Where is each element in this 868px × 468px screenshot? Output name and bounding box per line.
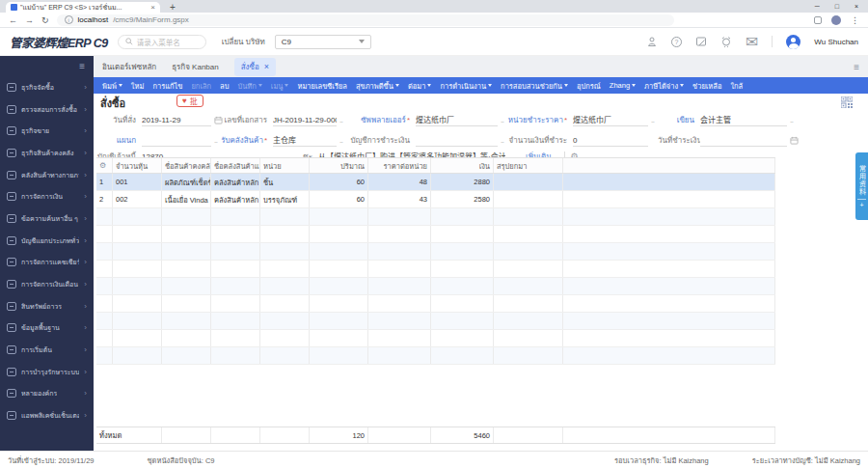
toolbar-tools-button[interactable]: อุปกรณ์: [577, 80, 601, 92]
toolbar-help-button[interactable]: ช่วยเหลือ: [692, 80, 721, 92]
toolbar-delete-button[interactable]: ลบ: [220, 80, 229, 92]
sidebar-item-inventory[interactable]: ธุรกิจสินค้าคงคลัง›: [0, 142, 94, 164]
field-label-link[interactable]: ซัพพลายเออร์*: [342, 114, 416, 126]
field-label-link[interactable]: แผนก: [95, 134, 142, 147]
window-minimize-button[interactable]: ─: [815, 3, 820, 10]
user-avatar[interactable]: [786, 35, 800, 49]
calendar-icon[interactable]: [790, 136, 799, 145]
company-select[interactable]: C9: [275, 35, 371, 49]
field-value[interactable]: [700, 134, 787, 147]
toolbar-operations-button[interactable]: การดำเนินงาน: [440, 80, 492, 92]
toolbar-serial-button[interactable]: หมายเลขซีเรียล: [297, 80, 346, 92]
column-header-unit[interactable]: หน่วย: [260, 158, 310, 173]
sidebar-item-physical-warehouse[interactable]: คลังสินค้าทางกายภาพ›: [0, 164, 94, 186]
browser-tab[interactable]: "แม่บ้าน" ERP C9 <S> เวอร์ชั่นม... ×: [6, 2, 160, 13]
grid-settings-gear-icon[interactable]: ⚙: [99, 161, 106, 170]
sidebar-item-purchase[interactable]: ธุรกิจจัดซื้อ›: [0, 76, 94, 98]
form-edit-icon[interactable]: [695, 36, 707, 47]
forward-icon[interactable]: →: [25, 15, 34, 25]
qr-code-icon[interactable]: [841, 96, 853, 108]
field-value[interactable]: 煋达纸巾厂: [573, 114, 648, 126]
field-value[interactable]: 会计主管: [700, 114, 787, 126]
toolbar-tax-button[interactable]: ภาษีได้จ่าง: [644, 80, 684, 92]
sidebar-collapse-icon[interactable]: ≡: [79, 61, 85, 71]
new-tab-button[interactable]: +: [170, 2, 176, 13]
sidebar-item-payroll[interactable]: การจัดการเงินเดือน›: [0, 273, 94, 295]
extensions-icon[interactable]: [814, 16, 822, 24]
field-label-link[interactable]: รับคลังสินค้า*: [190, 134, 273, 147]
cell-empty: [96, 330, 113, 346]
field-doc-no[interactable]: เลขที่เอกสาร JH-2019-11-29-00004 ...: [190, 112, 342, 127]
toolbar-health-button[interactable]: สุขภาพดีขึ้น: [356, 80, 399, 92]
sidebar-item-app-center[interactable]: แอพพลิเคชั่นเซ็นเตอร์›: [0, 404, 94, 427]
url-bar[interactable]: i localhost/cmc9/MainForm.gspx: [57, 14, 674, 26]
sidebar-item-base-data[interactable]: ข้อมูลพื้นฐาน›: [0, 317, 94, 340]
window-maximize-button[interactable]: □: [835, 3, 839, 10]
plus-icon[interactable]: +: [857, 199, 866, 208]
field-paid-amount[interactable]: จำนวนเงินที่ชำระ 0: [503, 132, 648, 148]
browser-profile-avatar[interactable]: [831, 15, 841, 25]
column-header-product_name[interactable]: ชื่อสินค้าคงคลัง: [162, 158, 211, 173]
column-header-qty[interactable]: ปริมาณ: [310, 158, 368, 173]
field-value[interactable]: JH-2019-11-29-00004: [273, 114, 337, 126]
back-icon[interactable]: ←: [9, 15, 17, 25]
help-icon[interactable]: ?: [671, 37, 682, 47]
sidebar-item-fixed-assets[interactable]: สินทรัพย์ถาวร›: [0, 295, 94, 317]
field-supplier[interactable]: ซัพพลายเออร์* 煋达纸巾厂 ...: [342, 112, 503, 127]
table-row[interactable]: 1001ผลิตภัณฑ์เช็ดชื้นแ...คลังสินค้าหลักช…: [96, 174, 775, 191]
tab-close-icon[interactable]: ×: [264, 64, 269, 69]
column-header-warehouse_name[interactable]: ชื่อคลังสินค้าแบบ...: [211, 158, 260, 173]
sidebar-item-general-ledger[interactable]: บัญชีแยกประเภททั่วไป›: [0, 230, 94, 252]
common-data-side-tab[interactable]: 常用资料 +: [855, 152, 868, 220]
sidebar-item-other-queries[interactable]: ข้อความค้นหาอื่น ๆ›: [0, 207, 94, 230]
toolbar-close-button[interactable]: ใกล้: [730, 80, 743, 92]
field-label-link[interactable]: เขียน: [658, 114, 700, 126]
table-row[interactable]: 2002เนื้อเยื่อ Vindaคลังสินค้าหลักบรรจุภ…: [96, 191, 775, 208]
lookup-ellipsis-icon[interactable]: ...: [790, 117, 793, 124]
column-header-stock_no[interactable]: จำนวนหุ้น: [113, 158, 162, 173]
toolbar-new-button[interactable]: ใหม่: [131, 80, 145, 92]
field-value[interactable]: 煋达纸巾厂: [416, 114, 498, 126]
menu-search-input[interactable]: 请录入菜单名: [118, 35, 206, 49]
column-header-summary[interactable]: สรุปยกมา: [494, 158, 563, 173]
field-payment-account[interactable]: บัญชีการชำระเงิน ...: [342, 132, 503, 148]
column-header-amount[interactable]: เงิน: [431, 158, 494, 173]
field-value[interactable]: [416, 134, 498, 147]
column-header-unit_price[interactable]: ราคาต่อหน่วย: [368, 158, 431, 173]
field-label-link[interactable]: หน่วยชำระราคา*: [503, 114, 573, 126]
tab-main-interface[interactable]: อินเตอร์เฟซหลัก: [102, 61, 156, 73]
site-info-icon[interactable]: i: [65, 15, 73, 24]
tab-kanban[interactable]: ธุรกิจ Kanban: [172, 61, 219, 73]
sidebar-item-purchase-review[interactable]: ตรวจสอบการสั่งซื้อ›: [0, 98, 94, 121]
alarm-icon[interactable]: [720, 36, 732, 47]
toolbar-edit-button[interactable]: การแก้ไข: [152, 80, 182, 92]
cell-rownum: 1: [96, 174, 113, 190]
field-payment-unit[interactable]: หน่วยชำระราคา* 煋达纸巾厂 ...: [503, 112, 654, 127]
column-header-filler[interactable]: [563, 158, 775, 173]
toolbar-zhang-button[interactable]: Zhang: [610, 81, 636, 90]
tab-close-icon[interactable]: ×: [150, 3, 155, 12]
sidebar-item-multi-org[interactable]: หลายองค์กร›: [0, 383, 94, 405]
toolbar-joint-query-button[interactable]: การสอบสวนช่วยกัน: [501, 80, 568, 92]
reload-icon[interactable]: ↻: [41, 15, 49, 25]
field-recv-warehouse[interactable]: รับคลังสินค้า* 主仓库 ...: [190, 132, 342, 148]
field-payment-date[interactable]: วันที่ชำระเงิน: [658, 132, 799, 148]
sidebar-item-finance[interactable]: การจัดการเงิน›: [0, 185, 94, 207]
browser-menu-icon[interactable]: ⋮: [851, 15, 859, 25]
column-header-rownum[interactable]: ⚙: [96, 158, 113, 173]
mail-icon[interactable]: ✉: [746, 33, 758, 51]
lookup-ellipsis-icon[interactable]: ...: [651, 117, 654, 124]
tab-purchase-order[interactable]: สั่งซื้อ×: [234, 58, 276, 76]
user-stamp-icon[interactable]: [646, 36, 658, 47]
sidebar-item-sales[interactable]: ธุรกิจขาย›: [0, 120, 94, 142]
field-maker[interactable]: เขียน 会计主管 ...: [658, 112, 793, 127]
sidebar-item-system-maintenance[interactable]: การบำรุงรักษาระบบ›: [0, 361, 94, 383]
sidebar-item-cashier[interactable]: การจัดการแคชเชียร์›: [0, 252, 94, 274]
field-value[interactable]: 0: [573, 134, 648, 147]
sidebar-item-startup[interactable]: การเริ่มต้น›: [0, 339, 94, 361]
tabbar-menu-icon[interactable]: ≡: [854, 62, 859, 72]
toolbar-next-button[interactable]: ต่อมา: [408, 80, 432, 92]
window-close-button[interactable]: ×: [854, 3, 858, 10]
field-value[interactable]: 主仓库: [273, 134, 337, 147]
toolbar-print-button[interactable]: พิมพ์: [102, 80, 122, 92]
